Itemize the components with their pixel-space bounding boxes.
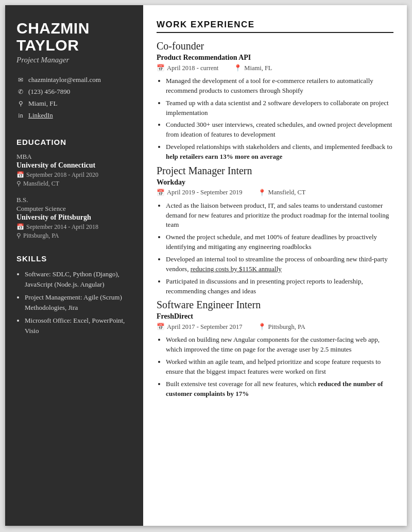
main-content: WORK EXPERIENCE Co-founder Product Recom… bbox=[143, 5, 407, 526]
skills-heading: SKILLS bbox=[16, 254, 132, 263]
job-location-1: 📍 Miami, FL bbox=[234, 64, 272, 72]
location-value: Miami, FL bbox=[28, 99, 57, 108]
bullet-1-4: Developed relationships with stakeholder… bbox=[166, 142, 393, 162]
bullet-2-3: Developed an internal tool to streamline… bbox=[166, 255, 393, 274]
edu-dates-2: 📅 September 2014 - April 2018 bbox=[16, 223, 132, 231]
contact-section: ✉ chazmintaylor@email.com ✆ (123) 456-78… bbox=[16, 76, 132, 123]
job-meta-3: 📅 April 2017 - September 2017 📍 Pittsbur… bbox=[157, 323, 393, 331]
skill-item-2: Project Management: Agile (Scrum) Method… bbox=[25, 292, 132, 312]
sidebar: CHAZMIN TAYLOR Project Manager ✉ chazmin… bbox=[5, 5, 143, 526]
linkedin-link[interactable]: LinkedIn bbox=[28, 111, 53, 120]
bullet-1-1: Managed the development of a tool for e-… bbox=[166, 76, 393, 96]
education-heading: EDUCATION bbox=[16, 138, 132, 146]
job-company-3: FreshDirect bbox=[157, 312, 393, 321]
pin-icon-j2: 📍 bbox=[258, 189, 266, 197]
location-item: ⚲ Miami, FL bbox=[16, 99, 132, 108]
job-swe-intern: Software Engineer Intern FreshDirect 📅 A… bbox=[157, 299, 393, 398]
bullet-2-2: Owned the project schedule, and met 100%… bbox=[166, 232, 393, 252]
bullet-3-2: Worked within an agile team, and helped … bbox=[166, 357, 393, 377]
email-item: ✉ chazmintaylor@email.com bbox=[16, 76, 132, 84]
email-icon: ✉ bbox=[16, 76, 25, 84]
edu-location-2: ⚲ Pittsburgh, PA bbox=[16, 232, 132, 240]
job-title-2: Project Manager Intern bbox=[157, 165, 393, 177]
bullet-2-1: Acted as the liaison between product, IT… bbox=[166, 201, 393, 230]
job-location-3: 📍 Pittsburgh, PA bbox=[258, 323, 305, 331]
pin-icon-2: ⚲ bbox=[16, 232, 21, 240]
phone-icon: ✆ bbox=[16, 88, 25, 96]
skills-list: Software: SDLC, Python (Django), JavaScr… bbox=[16, 269, 132, 336]
bullet-3-3: Built extensive test coverage for all ne… bbox=[166, 379, 393, 399]
job-dates-1: 📅 April 2018 - current bbox=[157, 64, 218, 72]
edu-location-1: ⚲ Mansfield, CT bbox=[16, 180, 132, 188]
pin-icon-1: ⚲ bbox=[16, 180, 21, 188]
candidate-title: Project Manager bbox=[16, 56, 132, 64]
job-bullets-3: Worked on building new Angular component… bbox=[157, 335, 393, 398]
bullet-2-4: Participated in discussions and in prese… bbox=[166, 277, 393, 296]
edu-school-2: University of Pittsburgh bbox=[16, 213, 132, 222]
calendar-icon-j2: 📅 bbox=[157, 189, 165, 197]
job-pm-intern: Project Manager Intern Workday 📅 April 2… bbox=[157, 165, 393, 296]
education-section: EDUCATION MBA University of Connecticut … bbox=[16, 138, 132, 240]
job-title-3: Software Engineer Intern bbox=[157, 299, 393, 311]
bullet-1-2: Teamed up with a data scientist and 2 so… bbox=[166, 98, 393, 118]
pin-icon-j3: 📍 bbox=[258, 323, 266, 331]
work-experience-heading: WORK EXPERIENCE bbox=[157, 20, 393, 33]
job-dates-3: 📅 April 2017 - September 2017 bbox=[157, 323, 243, 331]
calendar-icon-2: 📅 bbox=[16, 223, 24, 231]
candidate-name: CHAZMIN TAYLOR bbox=[16, 20, 132, 54]
calendar-icon-j3: 📅 bbox=[157, 323, 165, 331]
job-meta-1: 📅 April 2018 - current 📍 Miami, FL bbox=[157, 64, 393, 72]
job-company-1: Product Recommendation API bbox=[157, 54, 393, 62]
job-title-1: Co-founder bbox=[157, 40, 393, 52]
edu-dates-1: 📅 September 2018 - April 2020 bbox=[16, 171, 132, 179]
email-value: chazmintaylor@email.com bbox=[28, 76, 101, 84]
location-icon: ⚲ bbox=[16, 100, 25, 108]
bullet-3-1: Worked on building new Angular component… bbox=[166, 335, 393, 355]
edu-subject-2: Computer Science bbox=[16, 205, 132, 213]
underline-phrase-1: reducing costs by $115K annually bbox=[191, 265, 282, 273]
linkedin-item[interactable]: in LinkedIn bbox=[16, 111, 132, 120]
job-company-2: Workday bbox=[157, 178, 393, 187]
phone-value: (123) 456-7890 bbox=[28, 88, 70, 96]
edu-school-1: University of Connecticut bbox=[16, 161, 132, 170]
education-item-2: B.S. Computer Science University of Pitt… bbox=[16, 196, 132, 240]
phone-item: ✆ (123) 456-7890 bbox=[16, 88, 132, 96]
skill-item-1: Software: SDLC, Python (Django), JavaScr… bbox=[25, 269, 132, 289]
job-meta-2: 📅 April 2019 - September 2019 📍 Mansfiel… bbox=[157, 189, 393, 197]
job-cofounder: Co-founder Product Recommendation API 📅 … bbox=[157, 40, 393, 162]
job-location-2: 📍 Mansfield, CT bbox=[258, 189, 306, 197]
job-bullets-2: Acted as the liaison between product, IT… bbox=[157, 201, 393, 296]
job-bullets-1: Managed the development of a tool for e-… bbox=[157, 76, 393, 162]
calendar-icon-j1: 📅 bbox=[157, 64, 165, 72]
calendar-icon-1: 📅 bbox=[16, 171, 24, 179]
skill-item-3: Microsoft Office: Excel, PowerPoint, Vis… bbox=[25, 315, 132, 336]
bullet-1-3: Conducted 300+ user interviews, created … bbox=[166, 120, 393, 140]
edu-degree-2: B.S. bbox=[16, 196, 132, 204]
pin-icon-j1: 📍 bbox=[234, 64, 242, 72]
bold-phrase-2: reduced the number of customer complaint… bbox=[166, 380, 383, 397]
linkedin-icon: in bbox=[16, 112, 25, 120]
bold-phrase-1: help retailers earn 13% more on average bbox=[166, 153, 282, 160]
job-dates-2: 📅 April 2019 - September 2019 bbox=[157, 189, 243, 197]
education-item-1: MBA University of Connecticut 📅 Septembe… bbox=[16, 153, 132, 188]
resume-container: CHAZMIN TAYLOR Project Manager ✉ chazmin… bbox=[5, 5, 407, 526]
edu-degree-1: MBA bbox=[16, 153, 132, 161]
skills-section: SKILLS Software: SDLC, Python (Django), … bbox=[16, 254, 132, 339]
